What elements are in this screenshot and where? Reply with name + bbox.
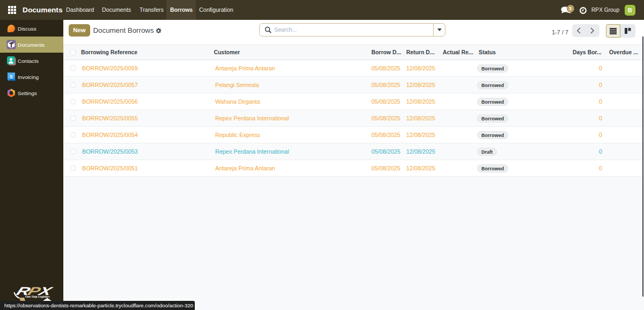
svg-text:One Stop Logistics: One Stop Logistics: [25, 295, 50, 298]
svg-text:S: S: [9, 74, 12, 80]
